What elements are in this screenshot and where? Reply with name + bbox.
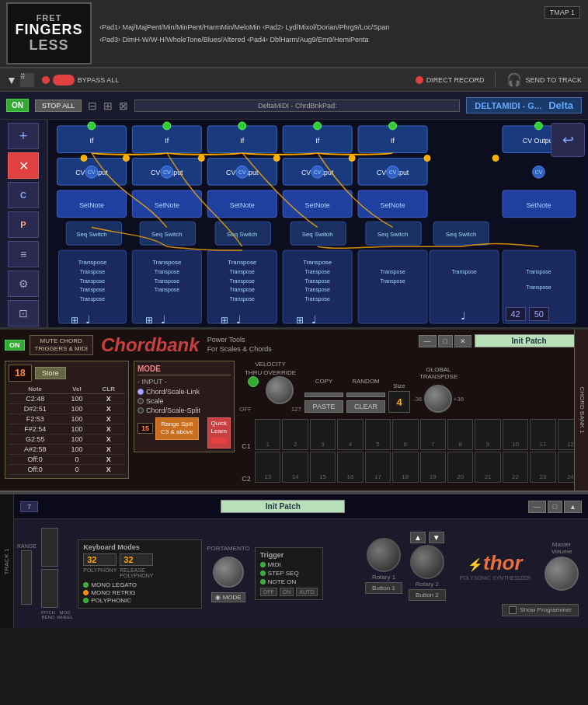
pad-10[interactable]: 10 bbox=[503, 419, 528, 450]
portamento-knob[interactable] bbox=[213, 557, 244, 588]
pad-14[interactable]: 14 bbox=[282, 452, 308, 483]
pad-2[interactable]: 2 bbox=[282, 419, 308, 450]
p-button[interactable]: P bbox=[8, 211, 39, 238]
c-button[interactable]: C bbox=[8, 182, 39, 208]
svg-rect-64 bbox=[358, 250, 427, 323]
thor-mini-btn2[interactable]: □ bbox=[548, 501, 562, 513]
svg-text:Transpose: Transpose bbox=[526, 284, 551, 291]
pad-num-9: 9 bbox=[486, 441, 489, 448]
delete-button[interactable]: ✕ bbox=[8, 152, 39, 179]
svg-text:♩: ♩ bbox=[236, 314, 242, 326]
note-cell-clr-5[interactable]: X bbox=[92, 445, 125, 455]
mode-radio-2 bbox=[137, 407, 144, 414]
mode-option-1[interactable]: Scale bbox=[137, 397, 231, 405]
mode-option-0[interactable]: Chord/Scale-Link bbox=[137, 388, 231, 396]
trigger-option-2[interactable]: NOTE ON bbox=[260, 578, 318, 585]
pad-20[interactable]: 20 bbox=[447, 452, 473, 483]
show-programmer-button[interactable]: Show Programmer bbox=[502, 604, 579, 616]
dropdown-icon[interactable]: ▼ bbox=[6, 74, 17, 86]
pad-16[interactable]: 16 bbox=[337, 452, 363, 483]
pad-3[interactable]: 3 bbox=[310, 419, 336, 450]
programmer-checkbox[interactable] bbox=[509, 606, 517, 614]
pad-11[interactable]: 11 bbox=[530, 419, 555, 450]
auto-button[interactable]: AUTO bbox=[296, 588, 317, 596]
note-cell-clr-6[interactable]: X bbox=[92, 455, 125, 465]
quick-learn-button[interactable]: QuickLearn bbox=[207, 417, 231, 448]
rotary2-down[interactable]: ▼ bbox=[429, 532, 444, 543]
master-vol-knob[interactable] bbox=[545, 557, 579, 591]
pad-8[interactable]: 8 bbox=[447, 419, 473, 450]
transpose-knob[interactable] bbox=[424, 385, 452, 413]
thor-mini-btn1[interactable]: — bbox=[528, 501, 546, 513]
daw-control-icon3[interactable]: ⊠ bbox=[119, 99, 128, 112]
pad-21[interactable]: 21 bbox=[475, 452, 500, 483]
daw-control-icon2[interactable]: ⊞ bbox=[103, 99, 113, 112]
rotary1-knob[interactable] bbox=[367, 538, 401, 572]
pad-9[interactable]: 9 bbox=[475, 419, 500, 450]
add-button[interactable]: + bbox=[8, 123, 39, 149]
chordbank-on-button[interactable]: ON bbox=[5, 340, 25, 351]
rotary2-knob[interactable] bbox=[410, 545, 444, 579]
pad-5[interactable]: 5 bbox=[365, 419, 391, 450]
mode-toggle[interactable]: ◉ MODE bbox=[211, 592, 245, 602]
note-cell-note-5: A#2:58 bbox=[9, 445, 61, 455]
velocity-label: VELOCITY bbox=[255, 361, 286, 368]
pad-19[interactable]: 19 bbox=[420, 452, 446, 483]
mode-option-2[interactable]: Chord/Scale-Split bbox=[137, 407, 231, 414]
grid-icon[interactable]: ⠿ bbox=[20, 73, 34, 87]
pad-23[interactable]: 23 bbox=[530, 452, 555, 483]
svg-text:Transpose: Transpose bbox=[304, 269, 330, 275]
kb-option-0: MONO LEGATO bbox=[83, 581, 197, 588]
note-cell-clr-2[interactable]: X bbox=[92, 414, 125, 424]
range-slider[interactable] bbox=[21, 550, 32, 605]
list-button[interactable]: ≡ bbox=[8, 241, 39, 267]
pad-22[interactable]: 22 bbox=[503, 452, 528, 483]
mod-wheel[interactable] bbox=[41, 569, 58, 608]
trigger-option-0[interactable]: MIDI bbox=[260, 561, 318, 568]
pad-1[interactable]: 1 bbox=[255, 419, 280, 450]
pad-4[interactable]: 4 bbox=[337, 419, 363, 450]
pad-18[interactable]: 18 bbox=[392, 452, 418, 483]
pad-17[interactable]: 17 bbox=[365, 452, 391, 483]
rotary2-up[interactable]: ▲ bbox=[410, 532, 426, 543]
thor-mini-btn3[interactable]: ▲ bbox=[564, 501, 582, 513]
mini-btn3[interactable]: ✕ bbox=[454, 335, 471, 347]
note-cell-clr-4[interactable]: X bbox=[92, 435, 125, 445]
note-cell-clr-7[interactable]: X bbox=[92, 465, 125, 475]
bypass-toggle[interactable] bbox=[53, 75, 75, 86]
mode-option-label-2: Chord/Scale-Split bbox=[146, 407, 200, 414]
velocity-knob[interactable] bbox=[266, 376, 294, 404]
logo-box: FRET FINGERS LESS bbox=[6, 2, 92, 65]
on-button[interactable]: ON bbox=[6, 99, 29, 112]
pad-13[interactable]: 13 bbox=[255, 452, 280, 483]
trigger-option-1[interactable]: STEP SEQ bbox=[260, 570, 318, 577]
pad-7[interactable]: 7 bbox=[420, 419, 446, 450]
svg-text:CV: CV bbox=[88, 169, 96, 175]
svg-point-89 bbox=[424, 155, 430, 161]
button2[interactable]: Button 2 bbox=[409, 589, 446, 601]
copy-button[interactable] bbox=[304, 393, 343, 397]
note-cell-clr-0[interactable]: X bbox=[92, 394, 125, 404]
corner-refresh-button[interactable]: ↩ bbox=[551, 123, 585, 157]
pad-6[interactable]: 6 bbox=[392, 419, 418, 450]
note-cell-clr-1[interactable]: X bbox=[92, 404, 125, 414]
stop-all-button[interactable]: STOP ALL bbox=[35, 99, 82, 112]
button1[interactable]: Button 1 bbox=[365, 582, 402, 594]
paste-button[interactable]: PASTE bbox=[304, 400, 343, 413]
random-button[interactable] bbox=[346, 393, 385, 397]
mini-btn2[interactable]: □ bbox=[438, 335, 453, 347]
on-button-thor[interactable]: ON bbox=[280, 588, 294, 596]
note-row-6: Off:00X bbox=[9, 455, 125, 465]
range-split-button[interactable]: Range SplitC3 & above bbox=[155, 417, 199, 440]
daw-control-icon1[interactable]: ⊟ bbox=[88, 99, 97, 112]
svg-text:Seq Switch: Seq Switch bbox=[446, 231, 477, 238]
pad-15[interactable]: 15 bbox=[310, 452, 336, 483]
store-button[interactable]: Store bbox=[35, 367, 66, 379]
clear-button[interactable]: CLEAR bbox=[346, 400, 385, 413]
off-button[interactable]: OFF bbox=[260, 588, 277, 596]
settings-button[interactable]: ⚙ bbox=[8, 270, 39, 297]
grid-button[interactable]: ⊡ bbox=[8, 300, 39, 326]
note-cell-clr-3[interactable]: X bbox=[92, 424, 125, 435]
mini-btn1[interactable]: — bbox=[419, 335, 437, 347]
pitch-wheel[interactable] bbox=[41, 528, 58, 567]
